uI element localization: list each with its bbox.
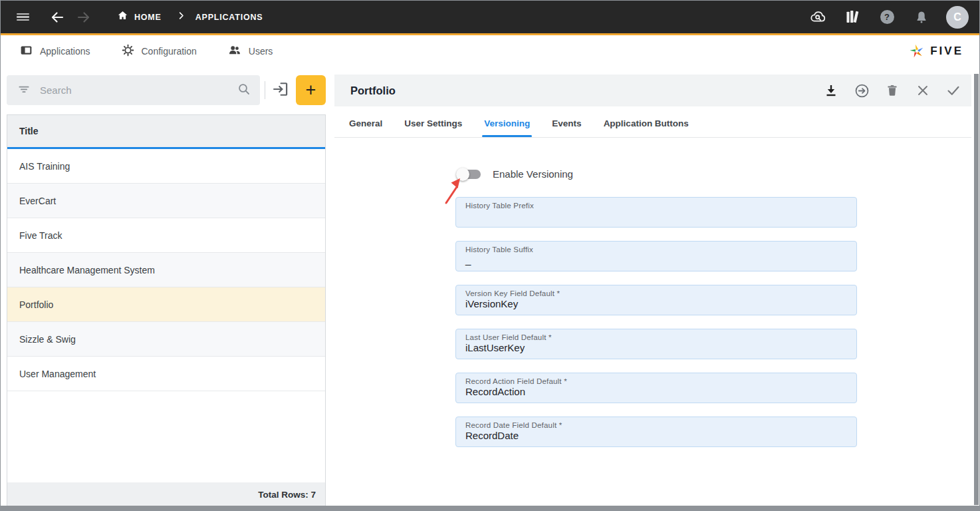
library-icon[interactable] [842,7,862,27]
text-field[interactable]: History Table Suffix _ [455,241,857,271]
user-avatar[interactable]: C [946,6,969,29]
application-row[interactable]: User Management [7,357,325,391]
search-input[interactable] [40,85,236,96]
back-arrow-icon[interactable] [47,7,67,27]
application-title: EverCart [19,196,56,206]
text-field[interactable]: Last User Field Default * iLastUserKey [455,329,857,359]
five-logo-text: FIVE [930,45,963,58]
field-value: RecordDate [465,430,847,442]
cloud-search-icon[interactable] [808,7,828,27]
field-value: _ [465,254,847,266]
five-logo: FIVE [908,43,963,60]
trash-icon [885,83,900,98]
field-label: Record Action Field Default * [465,377,847,385]
horizontal-scrollbar[interactable] [1,506,979,510]
application-title: Sizzle & Swig [19,334,76,345]
save-button[interactable] [945,82,962,99]
enable-versioning-label: Enable Versioning [493,168,573,180]
detail-tab[interactable]: Versioning [484,109,530,137]
application-title: AIS Training [19,161,70,172]
breadcrumb-home-label: HOME [134,13,162,22]
applications-rows: AIS Training EverCart Five Track Healthc… [7,149,325,391]
field-label: History Table Suffix [465,246,847,254]
toggle-knob [456,168,469,181]
home-icon [116,9,129,25]
application-row[interactable]: Healthcare Management System [7,253,325,287]
breadcrumb-current: APPLICATIONS [195,13,263,22]
download-icon [823,83,839,98]
import-application-button[interactable] [269,79,293,102]
detail-header: Portfolio [334,75,971,106]
applications-list: Title AIS Training EverCart Five Track H… [7,114,326,507]
text-field[interactable]: Version Key Field Default * iVersionKey [455,285,857,315]
app-window: HOME APPLICATIONS ? [0,0,980,511]
close-icon [916,83,930,98]
users-icon [227,43,242,60]
text-field[interactable]: Record Action Field Default * RecordActi… [455,373,857,403]
detail-tab[interactable]: User Settings [404,109,462,137]
record-actions [822,82,962,99]
filter-icon[interactable] [17,83,31,98]
module-label: Applications [40,46,90,57]
breadcrumb-chevron-icon [176,11,186,23]
field-label: Record Date Field Default * [465,421,847,429]
forward-arrow-icon[interactable] [74,7,94,27]
module-label: Users [249,46,273,57]
detail-panel: Portfolio [334,75,971,507]
detail-tab[interactable]: Events [552,109,581,137]
configuration-gear-icon [121,43,135,60]
application-row[interactable]: Five Track [7,218,325,253]
module-label: Configuration [142,46,197,57]
add-application-button[interactable]: + [296,75,326,105]
detail-tabs: General User Settings Versioning Events … [334,109,971,138]
application-row[interactable]: Portfolio [7,287,325,322]
module-tab-configuration[interactable]: Configuration [121,43,197,60]
cancel-button[interactable] [914,82,931,99]
application-row[interactable]: AIS Training [7,149,325,184]
text-field[interactable]: Record Date Field Default * RecordDate [455,417,857,447]
field-value [465,210,847,222]
application-row[interactable]: EverCart [7,184,325,218]
applications-icon [19,43,33,60]
detail-tab[interactable]: General [349,109,382,137]
plus-icon: + [306,80,316,100]
breadcrumb-home[interactable]: HOME [116,9,162,25]
module-bar: Applications Configuration [1,35,979,67]
vertical-scrollbar[interactable] [974,74,979,505]
module-tab-users[interactable]: Users [227,43,273,60]
download-button[interactable] [822,82,840,99]
application-title: Portfolio [19,299,53,310]
delete-button[interactable] [884,82,901,99]
five-logo-mark [908,43,925,60]
field-value: iLastUserKey [465,342,847,354]
application-row[interactable]: Sizzle & Swig [7,322,325,357]
search-bar [7,75,260,105]
enable-versioning-row: Enable Versioning [458,168,573,180]
total-rows-label: Total Rows: 7 [7,482,325,506]
field-value: iVersionKey [465,298,847,310]
application-title: Healthcare Management System [19,265,155,275]
application-title: User Management [19,369,96,379]
run-application-button[interactable] [853,82,870,99]
field-label: History Table Prefix [465,202,847,210]
top-navigation-bar: HOME APPLICATIONS ? [1,1,979,35]
detail-tab[interactable]: Application Buttons [604,109,689,137]
field-label: Last User Field Default * [465,333,847,341]
notifications-bell-icon[interactable] [912,7,931,27]
text-field[interactable]: History Table Prefix [455,197,857,228]
check-icon [945,83,961,98]
field-value: RecordAction [465,386,847,398]
search-icon[interactable] [236,81,252,100]
list-column-header[interactable]: Title [7,115,325,149]
module-tab-applications[interactable]: Applications [19,43,90,60]
search-toolbar-divider [265,81,265,99]
versioning-fields: History Table Prefix History Table Suffi… [455,197,857,460]
field-label: Version Key Field Default * [465,289,847,297]
record-title: Portfolio [350,85,396,97]
application-title: Five Track [19,230,62,241]
enable-versioning-toggle[interactable] [458,170,481,179]
help-icon[interactable]: ? [877,7,897,27]
hamburger-menu-icon[interactable] [13,7,33,27]
import-icon [271,80,290,101]
arrow-circle-icon [854,83,870,99]
